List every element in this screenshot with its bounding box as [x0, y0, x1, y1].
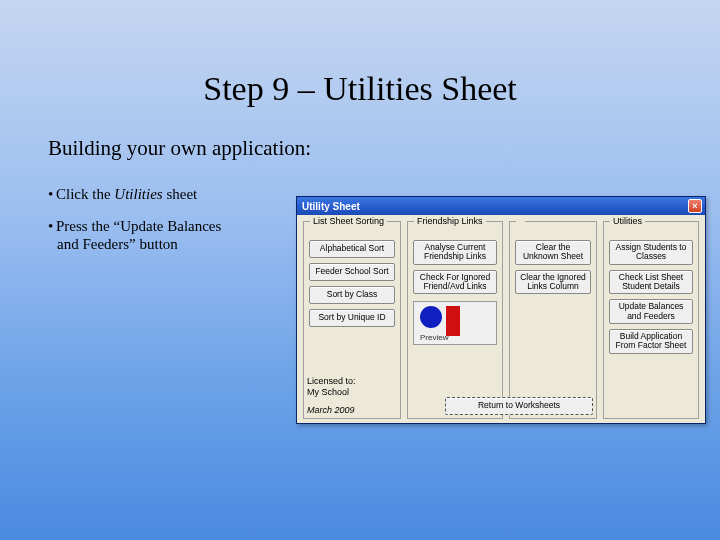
slide-title: Step 9 – Utilities Sheet — [0, 0, 720, 108]
build-application-button[interactable]: Build Application From Factor Sheet — [609, 329, 693, 354]
sort-by-id-button[interactable]: Sort by Unique ID — [309, 309, 395, 327]
preview-label: Preview — [420, 333, 448, 342]
bullet-2-line2: and Feeders” button — [48, 235, 178, 253]
bullet-1-text-a: Click the — [56, 186, 114, 202]
utility-sheet-window: Utility Sheet × List Sheet Sorting Alpha… — [296, 196, 706, 424]
group-links: Friendship Links Analyse Current Friends… — [407, 221, 503, 419]
feeder-sort-button[interactable]: Feeder School Sort — [309, 263, 395, 281]
window-title: Utility Sheet — [302, 201, 688, 212]
licensed-block: Licensed to: My School — [307, 376, 356, 397]
clear-unknown-button[interactable]: Clear the Unknown Sheet — [515, 240, 591, 265]
clear-ignored-button[interactable]: Clear the Ignored Links Column — [515, 270, 591, 295]
check-list-sheet-button[interactable]: Check List Sheet Student Details — [609, 270, 693, 295]
bullet-list: •Click the Utilities sheet •Press the “U… — [48, 185, 268, 253]
bullet-2-line1: Press the “Update Balances — [56, 218, 221, 234]
bullet-1-text-b: sheet — [163, 186, 198, 202]
group-sorting-label: List Sheet Sorting — [310, 216, 387, 226]
alpha-sort-button[interactable]: Alphabetical Sort — [309, 240, 395, 258]
group-utilities-label: Utilities — [610, 216, 645, 226]
sort-by-class-button[interactable]: Sort by Class — [309, 286, 395, 304]
close-icon[interactable]: × — [688, 199, 702, 213]
bullet-1: •Click the Utilities sheet — [48, 185, 268, 203]
group-utilities: Utilities Assign Students to Classes Che… — [603, 221, 699, 419]
preview-box: Preview — [413, 301, 497, 345]
group-clear: Clear the Unknown Sheet Clear the Ignore… — [509, 221, 597, 419]
bullet-2: •Press the “Update Balances and Feeders”… — [48, 217, 268, 253]
slide-subtitle: Building your own application: — [48, 136, 720, 161]
update-balances-button[interactable]: Update Balances and Feeders — [609, 299, 693, 324]
licensed-label: Licensed to: — [307, 376, 356, 386]
check-ignored-button[interactable]: Check For Ignored Friend/Avd Links — [413, 270, 497, 295]
analyse-links-button[interactable]: Analyse Current Friendship Links — [413, 240, 497, 265]
group-links-label: Friendship Links — [414, 216, 486, 226]
licensed-name: My School — [307, 387, 356, 397]
assign-students-button[interactable]: Assign Students to Classes — [609, 240, 693, 265]
date-stamp: March 2009 — [307, 405, 355, 415]
panel: List Sheet Sorting Alphabetical Sort Fee… — [297, 215, 705, 423]
group-clear-label — [516, 216, 525, 226]
return-button[interactable]: Return to Worksheets — [445, 397, 593, 415]
bar-icon — [446, 306, 460, 336]
titlebar: Utility Sheet × — [297, 197, 705, 215]
bullet-1-em: Utilities — [114, 186, 162, 202]
circle-icon — [420, 306, 442, 328]
